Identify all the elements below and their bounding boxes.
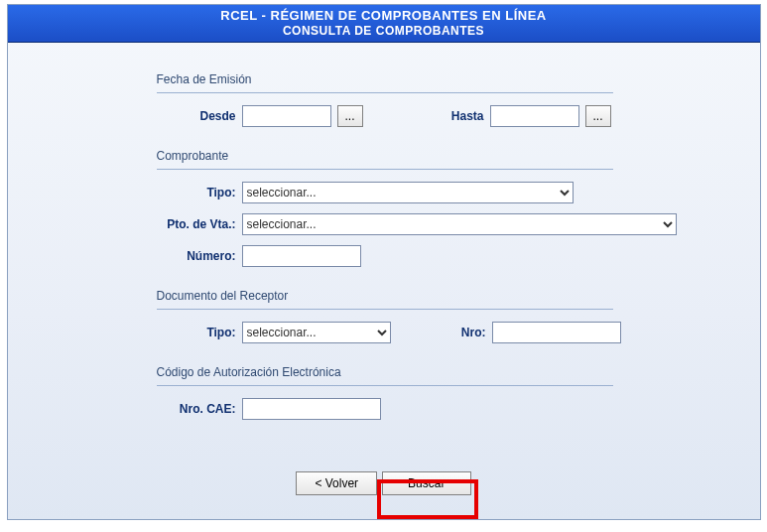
select-tipo-comprobante[interactable]: seleccionar... (242, 182, 574, 203)
input-fecha-hasta[interactable] (490, 105, 579, 127)
row-fecha: Desde ... Hasta ... (157, 105, 701, 127)
label-desde: Desde (157, 109, 236, 123)
date-picker-desde-button[interactable]: ... (337, 105, 363, 127)
row-pto-vta: Pto. de Vta.: seleccionar... (87, 213, 701, 235)
select-pto-vta[interactable]: seleccionar... (242, 213, 677, 235)
volver-button[interactable]: < Volver (296, 471, 377, 495)
buscar-button[interactable]: Buscar (382, 471, 471, 495)
input-fecha-desde[interactable] (242, 105, 331, 127)
label-tipo-receptor: Tipo: (157, 326, 236, 339)
section-comprobante: Comprobante Tipo: seleccionar... Pto. de… (157, 149, 701, 267)
app-window: RCEL - RÉGIMEN DE COMPROBANTES EN LÍNEA … (7, 4, 761, 520)
row-receptor: Tipo: seleccionar... Nro: (157, 322, 701, 343)
footer-actions: < Volver Buscar (8, 452, 760, 519)
title-bar: RCEL - RÉGIMEN DE COMPROBANTES EN LÍNEA … (8, 5, 760, 43)
section-title-cae: Código de Autorización Electrónica (157, 365, 613, 386)
label-hasta: Hasta (435, 109, 484, 123)
section-fecha-emision: Fecha de Emisión Desde ... Hasta ... (157, 72, 701, 127)
section-receptor: Documento del Receptor Tipo: seleccionar… (157, 289, 701, 343)
row-numero: Número: (157, 245, 701, 267)
date-picker-hasta-button[interactable]: ... (585, 105, 611, 127)
label-tipo-comprobante: Tipo: (157, 186, 236, 200)
select-tipo-receptor[interactable]: seleccionar... (242, 322, 391, 343)
app-title-line2: CONSULTA DE COMPROBANTES (8, 24, 760, 42)
label-nro-receptor: Nro: (447, 326, 486, 339)
input-numero-comprobante[interactable] (242, 245, 361, 267)
section-title-comprobante: Comprobante (157, 149, 613, 170)
form-body: Fecha de Emisión Desde ... Hasta ... Com… (8, 43, 760, 452)
row-tipo-comprobante: Tipo: seleccionar... (157, 182, 701, 203)
label-nro-cae: Nro. CAE: (157, 402, 236, 416)
input-nro-cae[interactable] (242, 398, 381, 420)
section-title-receptor: Documento del Receptor (157, 289, 613, 310)
label-numero: Número: (157, 249, 236, 263)
row-cae: Nro. CAE: (157, 398, 701, 420)
section-cae: Código de Autorización Electrónica Nro. … (157, 365, 701, 420)
input-nro-receptor[interactable] (492, 322, 621, 343)
label-pto-vta: Pto. de Vta.: (87, 217, 236, 231)
section-title-fecha: Fecha de Emisión (157, 72, 613, 93)
app-title-line1: RCEL - RÉGIMEN DE COMPROBANTES EN LÍNEA (8, 5, 760, 24)
